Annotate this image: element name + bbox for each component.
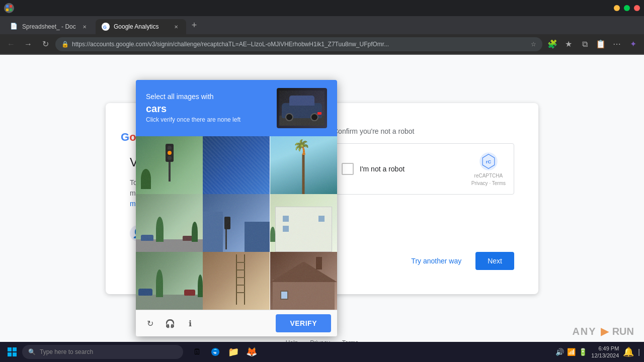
next-button[interactable]: Next bbox=[475, 252, 514, 270]
captcha-footer-icons: ↻ 🎧 ℹ bbox=[142, 315, 198, 331]
captcha-info-button[interactable]: ℹ bbox=[182, 315, 198, 331]
bookmark-star-icon[interactable]: ☆ bbox=[531, 41, 536, 48]
recaptcha-label: I'm not a robot bbox=[360, 165, 405, 173]
captcha-cell-3[interactable]: ✓ bbox=[136, 194, 203, 252]
collections-button[interactable]: 📋 bbox=[594, 37, 608, 51]
captcha-keyword: cars bbox=[146, 102, 240, 116]
taskbar-file-explorer[interactable]: 📁 bbox=[225, 344, 242, 360]
secure-icon: 🔒 bbox=[61, 41, 69, 48]
minimize-btn[interactable] bbox=[614, 5, 620, 11]
file-explorer-icon: 📁 bbox=[228, 346, 239, 357]
copilot-button[interactable]: ✦ bbox=[626, 37, 640, 51]
captcha-cell-6[interactable]: ✓ bbox=[136, 252, 203, 310]
taskbar-clock[interactable]: 6:49 PM 12/13/2024 bbox=[591, 345, 619, 359]
tab-spreadsheet[interactable]: 📄 Spreadsheet_ - Doc ✕ bbox=[4, 19, 95, 34]
tab-spreadsheet-title: Spreadsheet_ - Doc bbox=[22, 23, 76, 30]
taskbar-firefox-app[interactable]: 🦊 bbox=[244, 344, 260, 360]
verify-button[interactable]: VERIFY bbox=[276, 314, 331, 332]
captcha-cell-4[interactable]: ✓ bbox=[203, 194, 270, 252]
close-btn[interactable] bbox=[634, 5, 640, 11]
search-icon: 🔍 bbox=[28, 348, 36, 355]
confirm-text: Confirm you're not a robot bbox=[333, 127, 514, 135]
taskbar-task-view[interactable]: 🗓 bbox=[189, 344, 205, 360]
window-icon bbox=[4, 3, 14, 13]
page-content: Google Ve To h...make...mo... 👤 Confirm … bbox=[0, 55, 644, 362]
recaptcha-policy-links: Privacy · Terms bbox=[471, 180, 506, 186]
captcha-cell-5[interactable]: ✓ bbox=[270, 194, 337, 252]
start-button[interactable] bbox=[4, 344, 20, 360]
svg-rect-9 bbox=[13, 347, 17, 351]
captcha-audio-button[interactable]: 🎧 bbox=[162, 315, 178, 331]
taskbar: 🔍 Type here to search 🗓 📁 🦊 🔊 📶 🔋 6:4 bbox=[0, 342, 644, 362]
svg-text:G: G bbox=[103, 25, 107, 30]
recaptcha-logo-icon: rC bbox=[479, 152, 498, 171]
title-bar-controls[interactable] bbox=[614, 5, 640, 11]
captcha-cell-7[interactable]: ✓ bbox=[203, 252, 270, 310]
show-desktop-button[interactable]: | bbox=[638, 348, 640, 356]
forward-button[interactable]: → bbox=[21, 37, 35, 51]
anyrun-text: ANY bbox=[572, 326, 596, 337]
captcha-select-label: Select all images with bbox=[146, 92, 240, 102]
recaptcha-checkbox[interactable] bbox=[342, 163, 354, 175]
refresh-button[interactable]: ↻ bbox=[38, 37, 52, 51]
svg-rect-0 bbox=[6, 5, 9, 8]
task-view-icon: 🗓 bbox=[193, 347, 201, 356]
card-actions: Try another way Next bbox=[333, 252, 514, 270]
recaptcha-terms-link[interactable]: Terms bbox=[492, 180, 506, 186]
anyrun-run-text: RUN bbox=[612, 326, 634, 337]
notifications-icon[interactable]: 🔔 bbox=[623, 346, 634, 357]
address-bar[interactable]: 🔒 https://accounts.google.com/v3/signin/… bbox=[55, 37, 542, 51]
captcha-header: Select all images with cars Click verify… bbox=[136, 80, 337, 136]
captcha-refresh-button[interactable]: ↻ bbox=[142, 315, 158, 331]
taskbar-edge-app[interactable] bbox=[207, 344, 223, 360]
svg-rect-3 bbox=[10, 9, 12, 11]
info-icon: ℹ bbox=[189, 319, 192, 328]
toolbar: ← → ↻ 🔒 https://accounts.google.com/v3/s… bbox=[0, 34, 644, 54]
windows-logo-icon bbox=[8, 347, 17, 356]
tab-google-close[interactable]: ✕ bbox=[172, 23, 180, 31]
captcha-cell-2[interactable]: 🌴 ✓ bbox=[270, 136, 337, 194]
browser-menu-button[interactable]: ⋯ bbox=[610, 37, 624, 51]
captcha-cell-0[interactable]: ✓ bbox=[136, 136, 203, 194]
address-text: https://accounts.google.com/v3/signin/ch… bbox=[72, 41, 528, 48]
taskbar-search-placeholder: Type here to search bbox=[40, 348, 93, 355]
browser-chrome: 📄 Spreadsheet_ - Doc ✕ G Google Analytic… bbox=[0, 0, 644, 55]
taskbar-date-display: 12/13/2024 bbox=[591, 352, 619, 359]
taskbar-apps: 🗓 📁 🦊 bbox=[189, 344, 260, 360]
title-bar bbox=[0, 0, 644, 16]
captcha-header-image bbox=[277, 88, 327, 128]
title-bar-left bbox=[4, 3, 14, 13]
split-screen-button[interactable]: ⧉ bbox=[578, 37, 592, 51]
captcha-header-text: Select all images with cars Click verify… bbox=[146, 92, 240, 124]
taskbar-search-bar[interactable]: 🔍 Type here to search bbox=[22, 345, 183, 359]
refresh-icon: ↻ bbox=[147, 319, 153, 328]
tab-spreadsheet-close[interactable]: ✕ bbox=[80, 23, 89, 31]
captcha-overlay: Select all images with cars Click verify… bbox=[136, 80, 337, 336]
svg-rect-11 bbox=[13, 352, 17, 356]
recaptcha-area[interactable]: I'm not a robot rC reCAPTCHA Privacy · T… bbox=[333, 143, 514, 195]
google-card-right: Confirm you're not a robot I'm not a rob… bbox=[333, 127, 514, 270]
captcha-cell-8[interactable]: ✓ bbox=[270, 252, 337, 310]
network-icon[interactable]: 📶 bbox=[567, 348, 576, 356]
back-button[interactable]: ← bbox=[4, 37, 18, 51]
recaptcha-brand-text: reCAPTCHA bbox=[474, 173, 503, 178]
battery-icon[interactable]: 🔋 bbox=[579, 348, 587, 356]
try-another-way-button[interactable]: Try another way bbox=[403, 252, 469, 270]
favorites-button[interactable]: ★ bbox=[561, 37, 576, 51]
new-tab-button[interactable]: + bbox=[187, 18, 201, 32]
recaptcha-left: I'm not a robot bbox=[342, 163, 405, 175]
toolbar-right: 🧩 ★ ⧉ 📋 ⋯ ✦ bbox=[545, 37, 640, 51]
tab-spreadsheet-favicon: 📄 bbox=[10, 23, 18, 31]
recaptcha-privacy-link[interactable]: Privacy bbox=[471, 180, 488, 186]
volume-icon[interactable]: 🔊 bbox=[555, 348, 564, 356]
captcha-cell-1[interactable]: ✓ bbox=[203, 136, 270, 194]
maximize-btn[interactable] bbox=[624, 5, 630, 11]
extensions-button[interactable]: 🧩 bbox=[545, 37, 559, 51]
svg-rect-8 bbox=[8, 347, 12, 351]
edge-icon bbox=[210, 347, 220, 357]
tabs-bar: 📄 Spreadsheet_ - Doc ✕ G Google Analytic… bbox=[0, 16, 644, 34]
captcha-grid: ✓ ✓ 🌴 bbox=[136, 136, 337, 310]
svg-text:rC: rC bbox=[486, 159, 492, 164]
recaptcha-branding: rC reCAPTCHA Privacy · Terms bbox=[471, 152, 506, 186]
tab-google-analytics[interactable]: G Google Analytics ✕ bbox=[96, 19, 186, 34]
